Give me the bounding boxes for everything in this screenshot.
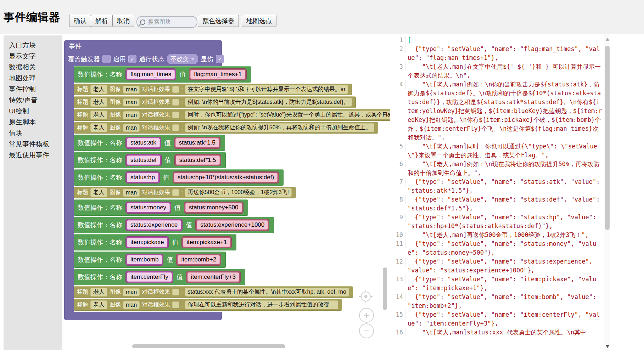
scroll-down-icon[interactable]: [605, 345, 610, 348]
title-field[interactable]: 老人: [90, 111, 107, 119]
dialogue-text-field[interactable]: 在文字中使用${' ${ '}和 } 可以计算并显示一个表达式的结果。\n: [185, 85, 348, 94]
dialogue-block[interactable]: 标题 老人 图像 man 对话框效果 : 同时，你也可以通过{"type": "…: [74, 109, 390, 121]
image-field[interactable]: man: [123, 111, 140, 119]
sidebar-item-data[interactable]: 数据相关: [4, 62, 62, 73]
workspace-horizontal-scrollbar[interactable]: [132, 344, 285, 348]
scroll-up-icon[interactable]: [605, 38, 610, 41]
map-pick-button[interactable]: 地图选点: [242, 15, 276, 27]
value-slot[interactable]: status:atk*1.5: [174, 137, 220, 149]
sidebar-item-entry[interactable]: 入口方块: [4, 40, 62, 51]
value-slot[interactable]: status:experience+1000: [195, 219, 269, 231]
name-slot[interactable]: status:def: [125, 154, 162, 166]
dialogue-block[interactable]: 标题 老人 图像 man 对话框效果 : 你现在可以重新和我进行对话，进一步看到…: [74, 299, 342, 311]
title-field[interactable]: 老人: [90, 98, 107, 107]
name-slot[interactable]: flag:man_times: [125, 68, 176, 80]
title-field[interactable]: 老人: [90, 85, 107, 94]
dialogue-block[interactable]: 标题 老人 图像 man 对话框效果 : 例如: \n现在我将让你的攻防提升50…: [74, 122, 378, 134]
code-lines[interactable]: 1[ 2 {"type": "setValue", "name": "flag:…: [390, 36, 603, 337]
image-field[interactable]: man: [123, 86, 140, 94]
image-field[interactable]: man: [123, 98, 140, 106]
enable-checkbox[interactable]: ✓: [128, 55, 136, 63]
setvalue-block[interactable]: 数值操作：名称 status:experience 值 status:exper…: [74, 217, 274, 233]
event-container-block[interactable]: 事件 覆盖触发器 启用 ✓ 通行状态 不改变 显伤 ✓: [64, 40, 390, 320]
sidebar-item-recent-events[interactable]: 最近使用事件: [4, 149, 62, 160]
name-slot[interactable]: item:bomb: [125, 254, 163, 266]
sidebar-item-fx-sound[interactable]: 特效/声音: [4, 95, 62, 106]
sidebar-item-value-block[interactable]: 值块: [4, 128, 62, 139]
dialogue-text-field[interactable]: 你现在可以重新和我进行对话，进一步看到属性值的改变。: [185, 300, 338, 309]
setvalue-block[interactable]: 数值操作：名称 item:pickaxe 值 item:pickaxe+1: [74, 234, 236, 250]
code-scrollbar-thumb[interactable]: [605, 46, 610, 230]
setvalue-block[interactable]: 数值操作：名称 item:bomb 值 item:bomb+2: [74, 252, 226, 268]
image-field[interactable]: man: [123, 288, 140, 296]
effect-checkbox[interactable]: [172, 301, 179, 308]
image-field[interactable]: man: [123, 124, 140, 132]
show-damage-checkbox[interactable]: ✓: [216, 55, 224, 63]
color-picker-button[interactable]: 颜色选择器: [198, 15, 239, 27]
image-field[interactable]: man: [123, 301, 140, 309]
search-box[interactable]: [136, 16, 197, 28]
name-slot[interactable]: status:atk: [125, 137, 161, 149]
workspace-vertical-scrollbar[interactable]: [383, 267, 387, 310]
sidebar-item-show-text[interactable]: 显示文字: [4, 51, 62, 62]
effect-checkbox[interactable]: [172, 189, 179, 196]
dialogue-block[interactable]: 标题 老人 图像 man 对话框效果 : status:xxx 代表勇士的某个属…: [74, 286, 353, 298]
image-field[interactable]: man: [123, 189, 140, 197]
effect-checkbox[interactable]: [172, 86, 179, 93]
dialogue-text-field[interactable]: 例如: \n你的当前攻击力是${status:atk}，防御力是${status…: [185, 98, 352, 107]
zoom-reset-button[interactable]: [359, 289, 373, 304]
effect-checkbox[interactable]: [172, 99, 179, 106]
sidebar-item-map[interactable]: 地图处理: [4, 73, 62, 84]
setvalue-block[interactable]: 数值操作：名称 status:def 值 status:def*1.5: [74, 152, 226, 168]
sidebar-item-native-script[interactable]: 原生脚本: [4, 117, 62, 128]
setvalue-block[interactable]: 数值操作：名称 status:money 值 status:money+500: [74, 199, 248, 216]
effect-checkbox[interactable]: [172, 289, 179, 295]
title-field[interactable]: 老人: [90, 188, 107, 197]
blockly-workspace[interactable]: 事件 覆盖触发器 启用 ✓ 通行状态 不改变 显伤 ✓: [62, 34, 390, 350]
value-slot[interactable]: status:money+500: [184, 202, 243, 214]
dialogue-text-field[interactable]: status:xxx 代表勇士的某个属性。\n其中xxx可取hp, atk, d…: [185, 288, 349, 297]
search-input[interactable]: [147, 18, 188, 26]
sidebar-item-event-control[interactable]: 事件控制: [4, 84, 62, 95]
cancel-button[interactable]: 取消: [112, 15, 134, 27]
name-slot[interactable]: item:centerFly: [125, 271, 173, 283]
sidebar-item-ui-draw[interactable]: UI绘制: [4, 106, 62, 117]
sidebar-item-common-templates[interactable]: 常见事件模板: [4, 139, 62, 149]
dialogue-text-field[interactable]: 例如: \n现在我将让你的攻防提升50%，再将攻防和的十倍加到生命值上。: [185, 123, 374, 132]
code-scrollbar[interactable]: [604, 34, 610, 350]
name-slot[interactable]: status:hp: [125, 171, 160, 184]
code-editor[interactable]: 1[ 2 {"type": "setValue", "name": "flag:…: [390, 34, 611, 350]
confirm-button[interactable]: 确认: [69, 15, 91, 27]
parse-button[interactable]: 解析: [91, 15, 113, 27]
dialogue-block[interactable]: 标题 老人 图像 man 对话框效果 : 在文字中使用${' ${ '}和 } …: [74, 84, 352, 95]
setvalue-block[interactable]: 数值操作：名称 status:hp 值 status:hp+10*(status…: [74, 169, 284, 186]
trigger-label: 覆盖触发器: [68, 55, 100, 63]
title-field[interactable]: 老人: [90, 288, 107, 297]
code-line: 11 {"type": "setValue", "name": "status:…: [390, 239, 603, 257]
setvalue-block[interactable]: 数值操作：名称 item:centerFly 值 item:centerFly+…: [74, 269, 245, 285]
trigger-checkbox[interactable]: [102, 55, 111, 63]
dialogue-block[interactable]: 标题 老人 图像 man 对话框效果 : 再送你500金币，1000经验，1破2…: [74, 187, 296, 198]
value-slot[interactable]: status:def*1.5: [174, 154, 221, 166]
title-field[interactable]: 老人: [90, 123, 107, 132]
value-slot[interactable]: item:bomb+2: [176, 254, 221, 266]
dialogue-text-field[interactable]: 再送你500金币，1000经验，1破2炸3飞!: [185, 188, 292, 197]
name-slot[interactable]: item:pickaxe: [125, 236, 169, 248]
name-slot[interactable]: status:money: [125, 202, 171, 214]
effect-checkbox[interactable]: [172, 112, 179, 118]
code-line: 8 {"type": "setValue", "name": "status:d…: [390, 195, 603, 213]
name-slot[interactable]: status:experience: [125, 219, 183, 231]
setvalue-block[interactable]: 数值操作：名称 status:atk 值 status:atk*1.5: [74, 135, 225, 151]
zoom-in-button[interactable]: +: [359, 308, 374, 323]
title-field[interactable]: 老人: [90, 300, 107, 309]
zoom-out-button[interactable]: −: [359, 323, 374, 338]
dialogue-text-field[interactable]: 同时，你也可以通过{"type": "setValue"}来设置一个勇士的属性、…: [185, 111, 390, 119]
value-slot[interactable]: item:pickaxe+1: [181, 236, 232, 248]
setvalue-block[interactable]: 数值操作：名称 flag:man_times 值 flag:man_times+…: [74, 66, 251, 83]
effect-checkbox[interactable]: [172, 124, 179, 131]
pass-state-dropdown[interactable]: 不改变: [167, 54, 198, 64]
value-slot[interactable]: item:centerFly+3: [186, 271, 241, 283]
value-slot[interactable]: flag:man_times+1: [189, 68, 247, 80]
dialogue-block[interactable]: 标题 老人 图像 man 对话框效果 : 例如: \n你的当前攻击力是${sta…: [74, 96, 356, 108]
value-slot[interactable]: status:hp+10*(status:atk+status:def): [173, 171, 279, 184]
